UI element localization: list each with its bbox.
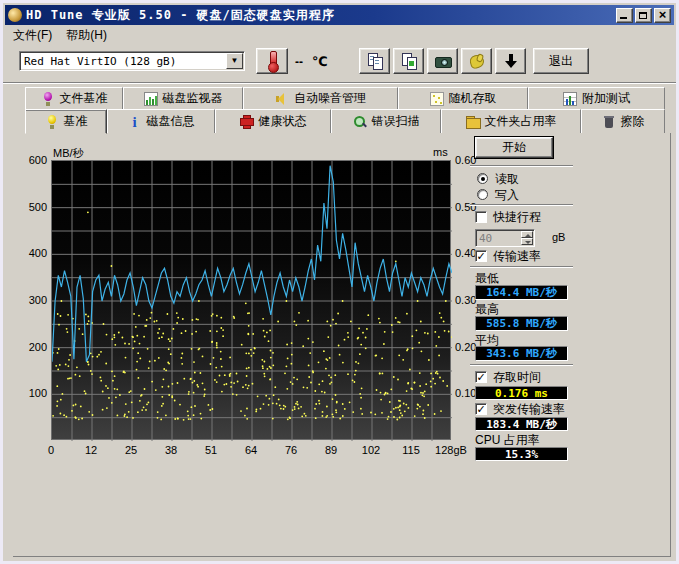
stepper-down-icon[interactable] — [521, 238, 533, 245]
right-axis-tick: 0.50 — [455, 201, 476, 213]
separator — [470, 204, 573, 206]
transfer-rate-checkbox[interactable] — [475, 250, 487, 262]
benchmark-plot — [51, 160, 451, 440]
transfer-rate-label[interactable]: 传输速率 — [493, 248, 541, 265]
cpu-usage-value: 15.3% — [475, 447, 568, 461]
tab-label: 文件基准 — [60, 90, 108, 107]
burst-rate-value: 183.4 MB/秒 — [475, 417, 568, 431]
x-axis-tick: 76 — [271, 444, 311, 456]
temperature-unit: ℃ — [312, 54, 328, 69]
x-axis-tick: 0 — [31, 444, 71, 456]
tab-error-scan[interactable]: 错误扫描 — [331, 109, 441, 133]
tab-label: 擦除 — [621, 113, 645, 130]
left-axis-tick: 600 — [17, 154, 47, 166]
write-radio[interactable] — [477, 189, 488, 200]
tab-disk-monitor[interactable]: 磁盘监视器 — [123, 87, 243, 109]
screenshot-camera-button[interactable] — [427, 48, 458, 74]
donate-hand-button[interactable] — [461, 48, 492, 74]
start-button[interactable]: 开始 — [475, 137, 553, 158]
left-axis-tick: 500 — [17, 201, 47, 213]
tab-disk-info[interactable]: 磁盘信息 — [107, 109, 215, 133]
thermometer-icon — [264, 51, 280, 71]
x-axis-tick: 12 — [71, 444, 111, 456]
bulb-yellow-icon — [45, 115, 59, 129]
x-axis-tick: 89 — [311, 444, 351, 456]
tab-row-secondary: 文件基准磁盘监视器自动噪音管理随机存取附加测试 — [25, 87, 665, 109]
close-button[interactable] — [654, 8, 671, 23]
stepper-up-icon[interactable] — [521, 231, 533, 238]
tab-label: 错误扫描 — [372, 113, 420, 130]
read-radio-label[interactable]: 读取 — [495, 171, 519, 188]
speaker-icon — [275, 92, 289, 106]
exit-button[interactable]: 退出 — [533, 48, 589, 74]
tab-row-primary: 基准磁盘信息健康状态错误扫描文件夹占用率擦除 — [25, 109, 665, 133]
average-value: 343.6 MB/秒 — [475, 346, 568, 361]
burst-rate-checkbox[interactable] — [475, 403, 487, 415]
maximum-value: 585.8 MB/秒 — [475, 316, 568, 331]
grid-icon — [563, 92, 577, 106]
tab-label: 随机存取 — [449, 90, 497, 107]
camera-icon — [435, 53, 451, 69]
short-stroke-size-value: 40 — [476, 230, 520, 246]
access-time-value: 0.176 ms — [475, 386, 568, 400]
toolbar-button-group — [359, 48, 526, 74]
dots-icon — [430, 92, 444, 106]
save-button[interactable] — [495, 48, 526, 74]
minimum-value: 164.4 MB/秒 — [475, 285, 568, 300]
temperature-value: -- — [295, 55, 303, 69]
copy-screenshot-button[interactable] — [393, 48, 424, 74]
cross-icon — [240, 115, 254, 129]
copy-results-button[interactable] — [359, 48, 390, 74]
access-time-checkbox[interactable] — [475, 371, 487, 383]
window-title: HD Tune 专业版 5.50 - 硬盘/固态硬盘实用程序 — [26, 7, 614, 24]
separator — [470, 364, 573, 366]
short-stroke-size-stepper[interactable]: 40 — [475, 229, 535, 247]
tab-label: 附加测试 — [582, 90, 630, 107]
size-unit-label: gB — [552, 231, 565, 243]
short-stroke-label[interactable]: 快捷行程 — [493, 209, 541, 226]
folder-icon — [466, 115, 480, 129]
tab-health[interactable]: 健康状态 — [215, 109, 331, 133]
right-axis-tick: 0.30 — [455, 294, 476, 306]
maximize-button[interactable] — [635, 8, 652, 23]
minimize-button[interactable] — [616, 8, 633, 23]
burst-rate-label[interactable]: 突发传输速率 — [493, 401, 565, 418]
x-axis-tick: 64 — [231, 444, 271, 456]
tab-erase[interactable]: 擦除 — [581, 109, 665, 133]
tab-aam[interactable]: 自动噪音管理 — [243, 87, 398, 109]
menu-item-help[interactable]: 帮助(H) — [59, 25, 114, 46]
read-radio[interactable] — [477, 173, 488, 184]
tab-label: 磁盘监视器 — [163, 90, 223, 107]
short-stroke-checkbox[interactable] — [475, 211, 487, 223]
tab-benchmark[interactable]: 基准 — [25, 109, 107, 134]
access-time-label[interactable]: 存取时间 — [493, 369, 541, 386]
tab-extra-tests[interactable]: 附加测试 — [528, 87, 665, 109]
separator — [470, 165, 573, 167]
right-axis-tick: 0.20 — [455, 341, 476, 353]
drive-select-value: Red Hat VirtIO (128 gB) — [20, 55, 225, 68]
tab-random-access[interactable]: 随机存取 — [398, 87, 528, 109]
left-axis-tick: 100 — [17, 387, 47, 399]
tab-folder-usage[interactable]: 文件夹占用率 — [441, 109, 581, 133]
left-axis-tick: 300 — [17, 294, 47, 306]
copy-icon — [367, 53, 383, 69]
write-radio-label[interactable]: 写入 — [495, 187, 519, 204]
copyimg-icon — [401, 53, 417, 69]
tab-label: 文件夹占用率 — [485, 113, 557, 130]
menu-item-file[interactable]: 文件(F) — [6, 25, 59, 46]
plot-canvas — [52, 161, 452, 441]
hand-icon — [469, 53, 485, 69]
menu-bar: 文件(F)帮助(H) — [6, 26, 673, 45]
tab-label: 健康状态 — [259, 113, 307, 130]
bulb-purple-icon — [41, 92, 55, 106]
x-axis-tick: 51 — [191, 444, 231, 456]
right-axis-title: ms — [433, 146, 448, 158]
tab-file-benchmark[interactable]: 文件基准 — [25, 87, 123, 109]
toolbar-divider — [3, 82, 679, 84]
separator — [470, 266, 573, 268]
chevron-down-icon[interactable]: ▼ — [226, 53, 243, 69]
left-axis-tick: 400 — [17, 247, 47, 259]
toolbar: Red Hat VirtIO (128 gB) ▼ -- ℃ 退出 — [6, 45, 673, 82]
drive-select[interactable]: Red Hat VirtIO (128 gB) ▼ — [19, 51, 245, 71]
temperature-button[interactable] — [256, 48, 288, 74]
